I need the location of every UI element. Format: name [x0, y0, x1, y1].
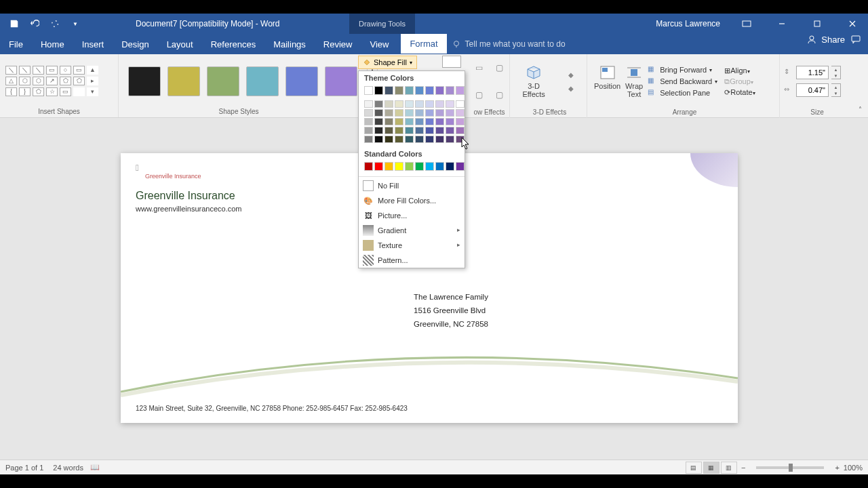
- color-swatch[interactable]: [395, 127, 403, 134]
- color-swatch[interactable]: [425, 127, 434, 134]
- spellcheck-icon[interactable]: 📖: [90, 463, 100, 472]
- color-swatch[interactable]: [384, 100, 393, 108]
- height-input[interactable]: [796, 66, 829, 79]
- style-swatch[interactable]: [207, 66, 239, 96]
- redo-icon[interactable]: [47, 16, 62, 31]
- wrap-text-button[interactable]: Wrap Text: [625, 64, 644, 98]
- rotate-button[interactable]: ⟳Rotate▾: [724, 88, 755, 97]
- tab-format[interactable]: Format: [400, 34, 447, 54]
- zoom-slider[interactable]: [756, 466, 824, 469]
- print-layout-button[interactable]: ▦: [703, 462, 719, 474]
- color-swatch[interactable]: [384, 109, 393, 117]
- color-swatch[interactable]: [415, 86, 424, 95]
- tab-insert[interactable]: Insert: [73, 34, 113, 54]
- word-count[interactable]: 24 words: [53, 464, 83, 472]
- zoom-in-button[interactable]: +: [835, 464, 839, 472]
- maximize-button[interactable]: [802, 14, 833, 34]
- style-swatch[interactable]: [128, 66, 161, 96]
- color-swatch[interactable]: [364, 162, 373, 171]
- color-swatch[interactable]: [425, 136, 434, 143]
- width-spinner[interactable]: ▲▼: [831, 83, 841, 97]
- style-swatch[interactable]: [285, 66, 318, 96]
- color-swatch[interactable]: [395, 136, 403, 143]
- tab-layout[interactable]: Layout: [158, 34, 202, 54]
- color-swatch[interactable]: [456, 136, 465, 143]
- color-swatch[interactable]: [405, 136, 414, 143]
- send-backward-button[interactable]: ▦Send Backward▾: [648, 77, 717, 86]
- color-swatch[interactable]: [446, 127, 454, 134]
- shape-fill-button[interactable]: Shape Fill ▾: [358, 56, 417, 69]
- shadow-nudge[interactable]: ▢: [469, 81, 490, 108]
- tab-design[interactable]: Design: [113, 34, 157, 54]
- comments-icon[interactable]: [850, 34, 861, 45]
- color-swatch[interactable]: [405, 162, 414, 171]
- gradient-fill-item[interactable]: Gradient▸: [359, 223, 465, 238]
- color-swatch[interactable]: [415, 100, 424, 108]
- color-swatch[interactable]: [415, 162, 424, 171]
- color-swatch[interactable]: [446, 86, 454, 95]
- shadow-btn[interactable]: ▭: [469, 54, 490, 81]
- more-fill-colors-item[interactable]: 🎨More Fill Colors...: [359, 193, 465, 208]
- color-swatch[interactable]: [435, 127, 444, 134]
- color-swatch[interactable]: [405, 127, 414, 134]
- color-swatch[interactable]: [395, 162, 403, 171]
- shape-outline-swatch[interactable]: [442, 56, 461, 68]
- group-button[interactable]: ⧉Group▾: [724, 77, 755, 86]
- color-swatch[interactable]: [374, 100, 383, 108]
- color-swatch[interactable]: [456, 118, 465, 125]
- color-swatch[interactable]: [446, 109, 454, 117]
- tab-mailings[interactable]: Mailings: [264, 34, 315, 54]
- tab-references[interactable]: References: [202, 34, 264, 54]
- style-swatch[interactable]: [167, 66, 200, 96]
- color-swatch[interactable]: [435, 86, 444, 95]
- color-swatch[interactable]: [456, 127, 465, 134]
- color-swatch[interactable]: [415, 136, 424, 143]
- color-swatch[interactable]: [395, 86, 403, 95]
- color-swatch[interactable]: [405, 118, 414, 125]
- color-swatch[interactable]: [405, 86, 414, 95]
- tilt-btn[interactable]: ◆: [565, 83, 577, 94]
- zoom-out-button[interactable]: −: [741, 464, 745, 472]
- color-swatch[interactable]: [425, 100, 434, 108]
- height-spinner[interactable]: ▲▼: [831, 66, 841, 79]
- color-swatch[interactable]: [456, 109, 465, 117]
- color-swatch[interactable]: [364, 109, 373, 117]
- zoom-level[interactable]: 100%: [844, 464, 863, 472]
- ribbon-display-icon[interactable]: [731, 14, 762, 34]
- texture-fill-item[interactable]: Texture▸: [359, 238, 465, 253]
- color-swatch[interactable]: [384, 86, 393, 95]
- collapse-ribbon-button[interactable]: ˄: [854, 104, 865, 115]
- color-swatch[interactable]: [384, 118, 393, 125]
- tab-home[interactable]: Home: [32, 34, 73, 54]
- shape-gallery[interactable]: ＼＼＼▭○▭▲ △⬡⬡↗⬠⬠▸ {}⬠☆▭▾: [4, 64, 100, 98]
- color-swatch[interactable]: [364, 118, 373, 125]
- color-swatch[interactable]: [415, 118, 424, 125]
- color-swatch[interactable]: [374, 162, 383, 171]
- color-swatch[interactable]: [364, 86, 373, 95]
- color-swatch[interactable]: [456, 86, 465, 95]
- color-swatch[interactable]: [364, 127, 373, 134]
- no-fill-item[interactable]: No Fill: [359, 178, 465, 193]
- picture-fill-item[interactable]: 🖼Picture...: [359, 208, 465, 223]
- tell-me-search[interactable]: Tell me what you want to do: [452, 34, 566, 54]
- tab-view[interactable]: View: [361, 34, 397, 54]
- color-swatch[interactable]: [435, 136, 444, 143]
- color-swatch[interactable]: [384, 162, 393, 171]
- color-swatch[interactable]: [446, 100, 454, 108]
- width-input[interactable]: [796, 83, 829, 97]
- style-swatch[interactable]: [246, 66, 279, 96]
- color-swatch[interactable]: [435, 109, 444, 117]
- color-swatch[interactable]: [435, 118, 444, 125]
- color-swatch[interactable]: [415, 127, 424, 134]
- color-swatch[interactable]: [456, 100, 465, 108]
- color-swatch[interactable]: [374, 118, 383, 125]
- read-mode-button[interactable]: ▤: [686, 462, 702, 474]
- color-swatch[interactable]: [364, 136, 373, 143]
- page-status[interactable]: Page 1 of 1: [5, 464, 43, 472]
- minimize-button[interactable]: [766, 14, 797, 34]
- share-button[interactable]: Share: [806, 34, 845, 45]
- color-swatch[interactable]: [384, 127, 393, 134]
- account-name[interactable]: Marcus Lawrence: [656, 19, 720, 28]
- align-button[interactable]: ⊞Align▾: [724, 66, 755, 75]
- tab-file[interactable]: File: [0, 34, 32, 54]
